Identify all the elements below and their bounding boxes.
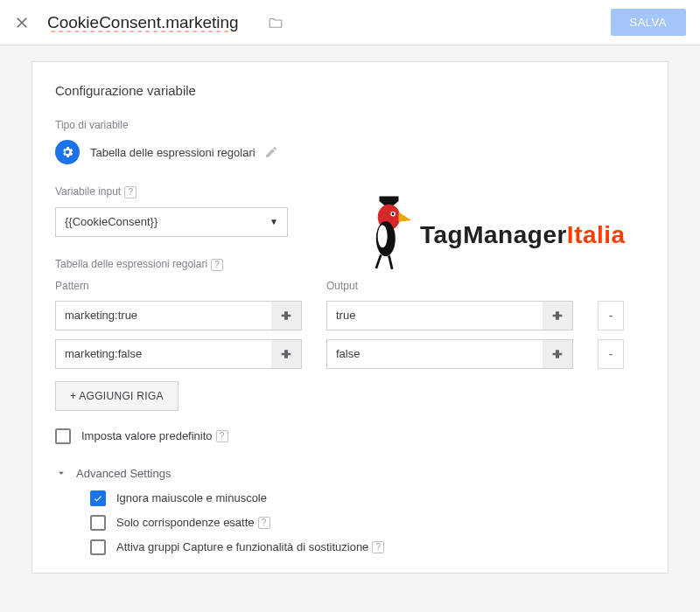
default-value-checkbox[interactable] xyxy=(55,428,71,444)
help-icon[interactable]: ? xyxy=(216,430,228,442)
ignore-case-checkbox[interactable] xyxy=(90,490,106,506)
output-input[interactable] xyxy=(326,339,573,369)
help-icon[interactable]: ? xyxy=(258,517,270,529)
config-panel: Configurazione variabile Tipo di variabi… xyxy=(32,61,668,574)
add-row-button[interactable]: + AGGIUNGI RIGA xyxy=(55,381,178,411)
vartype-value: Tabella delle espressioni regolari xyxy=(90,146,256,159)
variable-picker-icon[interactable] xyxy=(542,340,572,368)
svg-marker-1 xyxy=(380,201,399,209)
svg-point-2 xyxy=(378,205,401,230)
pattern-input[interactable] xyxy=(55,339,302,369)
col-output-header: Output xyxy=(326,280,358,292)
input-variable-select[interactable]: {{CookieConsent}} ▼ xyxy=(55,207,288,237)
exact-match-label: Solo corrispondenze esatte xyxy=(116,516,255,529)
default-value-label: Imposta valore predefinito xyxy=(81,429,213,442)
help-icon[interactable]: ? xyxy=(372,541,384,553)
table-label: Tabella delle espressioni regolari? xyxy=(55,258,645,271)
close-icon[interactable] xyxy=(14,15,30,31)
advanced-settings-toggle[interactable]: Advanced Settings xyxy=(55,467,645,480)
help-icon[interactable]: ? xyxy=(124,186,136,198)
table-row: - xyxy=(55,339,645,369)
svg-point-5 xyxy=(392,212,395,215)
folder-icon[interactable] xyxy=(268,15,284,31)
svg-point-7 xyxy=(378,226,388,248)
svg-point-6 xyxy=(376,221,396,256)
exact-match-checkbox[interactable] xyxy=(90,515,106,531)
svg-marker-3 xyxy=(399,212,412,222)
input-var-label: Variabile input? xyxy=(55,185,645,198)
svg-point-4 xyxy=(390,212,396,217)
variable-name-input[interactable] xyxy=(47,13,257,32)
output-input[interactable] xyxy=(326,301,573,330)
ignore-case-label: Ignora maiuscole e minuscole xyxy=(116,491,267,504)
pattern-input[interactable] xyxy=(55,301,302,330)
variable-picker-icon[interactable] xyxy=(542,302,572,330)
remove-row-button[interactable]: - xyxy=(598,339,624,369)
variable-picker-icon[interactable] xyxy=(271,340,301,368)
dropdown-caret-icon: ▼ xyxy=(270,217,278,226)
capture-groups-label: Attiva gruppi Capture e funzionalità di … xyxy=(116,540,368,553)
vartype-section-label: Tipo di variabile xyxy=(55,119,645,131)
panel-title: Configurazione variabile xyxy=(55,83,645,98)
remove-row-button[interactable]: - xyxy=(598,301,624,330)
edit-vartype-icon[interactable] xyxy=(264,145,278,159)
capture-groups-checkbox[interactable] xyxy=(90,539,106,555)
save-button[interactable]: SALVA xyxy=(611,9,686,36)
table-row: - xyxy=(55,301,645,330)
variable-picker-icon[interactable] xyxy=(271,302,301,330)
chevron-down-icon xyxy=(55,467,67,479)
help-icon[interactable]: ? xyxy=(211,259,223,271)
col-pattern-header: Pattern xyxy=(55,280,326,292)
gear-icon xyxy=(55,140,80,164)
